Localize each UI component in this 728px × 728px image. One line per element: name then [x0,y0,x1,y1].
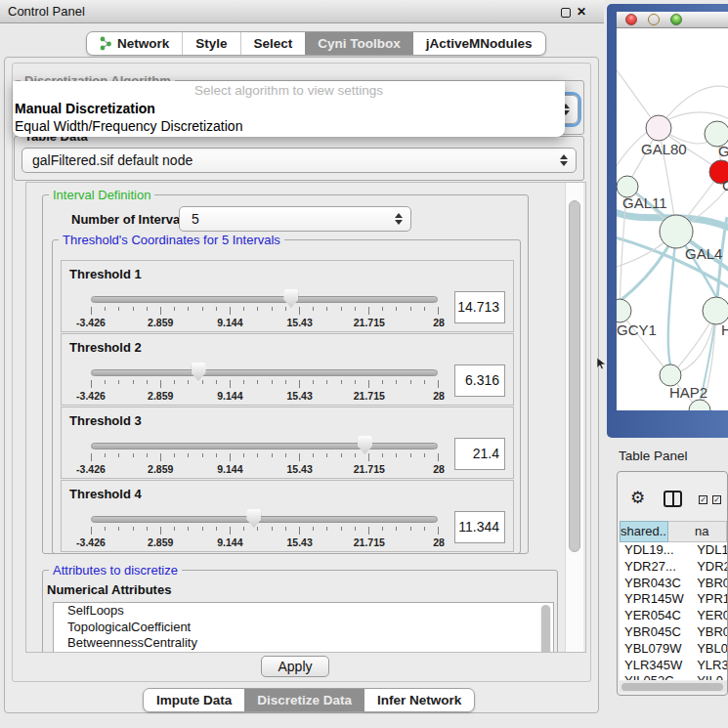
threshold-4-tick-labels: -3.426 2.859 9.144 15.43 21.715 28 [91,536,439,548]
close-icon[interactable]: ✕ [577,4,586,20]
table-row[interactable]: YDR27...YDR2 [620,559,727,576]
threshold-3-panel: Threshold 3 -3.426 2.859 9.144 15.43 21.… [61,407,514,479]
control-panel-titlebar: Control Panel ✕ [0,0,604,23]
tab-impute-data[interactable]: Impute Data [144,689,244,711]
threshold-2-value-field[interactable]: 6.316 [454,364,505,397]
network-node-label: GAL80 [641,141,687,157]
threshold-3-tick-labels: -3.426 2.859 9.144 15.43 21.715 28 [91,463,439,475]
threshold-4-value-field[interactable]: 11.344 [454,511,505,543]
network-node[interactable] [703,297,728,324]
threshold-3-ticks [91,453,439,462]
network-node[interactable] [617,299,631,322]
zoom-traffic-light-icon[interactable] [670,14,682,25]
list-item[interactable]: TopologicalCoefficient [54,620,553,636]
list-scrollbar[interactable] [540,605,551,653]
network-canvas[interactable]: GAL80GACGAL11GAL4GCY1HHAP2 [617,28,728,410]
tab-style[interactable]: Style [182,32,239,55]
threshold-2-ticks [91,380,439,389]
table-row[interactable]: YIL052CYIL0 [620,673,727,680]
threshold-4-panel: Threshold 4 -3.426 2.859 9.144 15.43 21.… [61,480,514,552]
table-horizontal-scrollbar[interactable] [620,681,727,692]
threshold-4-slider-handle[interactable] [246,509,261,528]
columns-icon[interactable] [664,491,682,507]
number-of-intervals-label: Number of Intervals [71,212,191,227]
checkbox-icon[interactable]: ✓ [699,495,707,504]
threshold-1-label: Threshold 1 [69,267,142,281]
threshold-4-ticks [91,527,439,535]
threshold-1-slider-track[interactable] [91,296,438,303]
threshold-3-label: Threshold 3 [69,413,142,428]
control-panel-window: Control Panel ✕ Network Style Select Cyn… [0,0,604,728]
tab-jactivemnodules[interactable]: jActiveMNodules [413,32,545,55]
tab-cyni-toolbox[interactable]: Cyni Toolbox [305,32,413,55]
threshold-1-value-field[interactable]: 14.713 [454,291,505,323]
tab-select[interactable]: Select [240,32,306,55]
thresholds-group: Threshold's Coordinates for 5 Intervals … [52,239,521,554]
thresholds-group-title: Threshold's Coordinates for 5 Intervals [59,233,284,247]
threshold-1-ticks [91,307,439,316]
table-panel: ⚙ ✓ ✓ shared... na YDL19...YDL1 YDR27...… [617,471,728,696]
threshold-2-tick-labels: -3.426 2.859 9.144 15.43 21.715 28 [91,390,439,402]
threshold-3-slider-handle[interactable] [358,436,372,454]
table-row[interactable]: YER054CYER0 [620,608,727,624]
threshold-2-slider-track[interactable] [91,369,438,376]
tab-discretize-data[interactable]: Discretize Data [244,689,364,711]
network-node-label: GAL4 [685,245,722,262]
table-data-combobox-value: galFiltered.sif default node [32,152,193,168]
window-title: Control Panel [8,0,85,23]
network-node[interactable] [660,364,681,386]
apply-button[interactable]: Apply [261,656,329,677]
algorithm-option-equal-width[interactable]: Equal Width/Frequency Discretization [13,117,565,135]
attributes-group: Attributes to discretize Numerical Attri… [42,570,558,653]
minimize-traffic-light-icon[interactable] [648,14,660,25]
threshold-2-slider-handle[interactable] [192,363,206,381]
scrollbar-thumb[interactable] [569,200,580,552]
network-node-label: GCY1 [617,321,657,338]
column-header-name[interactable]: na [668,521,727,542]
table-row[interactable]: YDL19...YDL1 [620,542,727,559]
mouse-cursor [597,358,608,370]
tab-network[interactable]: Network [87,32,182,55]
number-of-intervals-combobox[interactable]: 5 [179,206,411,232]
threshold-2-panel: Threshold 2 -3.426 2.859 9.144 15.43 21.… [61,333,514,406]
network-node-label: C [722,177,728,193]
list-item[interactable]: BetweennessCentrality [54,635,553,652]
network-view-window[interactable]: GAL80GACGAL11GAL4GCY1HHAP2 [607,4,728,438]
column-header-shared-name[interactable]: shared... [620,521,668,542]
table-data-combobox[interactable]: galFiltered.sif default node [21,148,577,173]
tab-network-label: Network [117,32,169,55]
screen: Control Panel ✕ Network Style Select Cyn… [0,0,728,728]
settings-scroll-area: Interval Definition Number of Intervals … [25,182,586,653]
network-node-label: HAP2 [669,384,707,401]
threshold-1-tick-labels: -3.426 2.859 9.144 15.43 21.715 28 [91,317,439,328]
combo-stepper-icon [395,213,403,225]
list-item[interactable]: SelfLoops [54,603,553,620]
network-node[interactable] [646,115,671,141]
close-traffic-light-icon[interactable] [625,14,637,25]
algorithm-dropdown-popup: Select algorithm to view settings Manual… [13,81,565,137]
threshold-1-slider-handle[interactable] [283,289,298,308]
numerical-attributes-label: Numerical Attributes [47,582,171,597]
tab-infer-network[interactable]: Infer Network [364,689,474,711]
threshold-3-value-field[interactable]: 21.4 [454,438,505,470]
bottom-tab-bar: Impute Data Discretize Data Infer Networ… [143,688,475,712]
table-row[interactable]: YBL079WYBL0 [620,641,727,658]
table-row[interactable]: YBR043CYBR0 [620,576,727,592]
checkbox-icon[interactable]: ✓ [712,495,721,504]
algorithm-option-manual[interactable]: Manual Discretization [13,100,565,117]
numerical-attributes-list: SelfLoops TopologicalCoefficient Between… [53,602,554,653]
table-panel-title: Table Panel [619,449,688,463]
table-row[interactable]: YBR045CYBR0 [620,624,727,641]
threshold-1-panel: Threshold 1 -3.426 2.859 9.144 15.43 21.… [61,260,514,332]
settings-vertical-scrollbar[interactable] [565,183,583,652]
network-window-titlebar [617,12,728,28]
threshold-3-slider-track[interactable] [91,443,438,450]
float-window-icon[interactable] [561,8,571,18]
network-node[interactable] [660,215,693,248]
table-header-row: shared... na [620,521,727,542]
attributes-group-title: Attributes to discretize [49,563,182,578]
table-row[interactable]: YPR145WYPR1 [620,591,727,608]
gear-icon[interactable]: ⚙ [630,488,645,508]
table-row[interactable]: YLR345WYLR3 [620,658,727,674]
threshold-4-slider-track[interactable] [91,516,438,523]
